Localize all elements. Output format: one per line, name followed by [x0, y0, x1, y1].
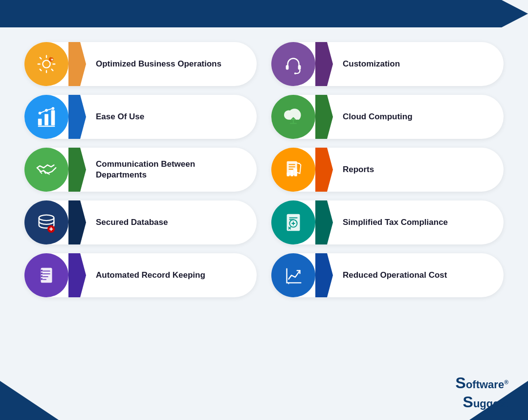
svg-marker-33: [315, 200, 333, 244]
benefit-icon-reduced-operational-cost: [271, 253, 315, 297]
svg-rect-8: [38, 119, 42, 125]
arrow-chevron-secured-database: [68, 200, 86, 244]
benefit-icon-optimized-business-operations: ✦: [24, 42, 68, 86]
svg-rect-26: [294, 169, 297, 176]
svg-rect-5: [298, 65, 301, 70]
arrow-chevron-communication-between-departments: [68, 148, 86, 192]
svg-rect-4: [286, 65, 289, 70]
svg-point-39: [41, 270, 43, 272]
arrow-chevron-reduced-operational-cost: [315, 253, 333, 297]
svg-rect-23: [288, 169, 293, 170]
svg-point-6: [294, 72, 296, 74]
logo-text: Software®: [456, 374, 508, 392]
benefit-icon-cloud-computing: [271, 95, 315, 139]
arrow-chevron-reports: [315, 148, 333, 192]
benefit-label-cloud-computing: Cloud Computing: [333, 111, 504, 122]
benefit-card-communication-between-departments: Communication Between Departments: [24, 148, 257, 192]
svg-rect-36: [43, 273, 50, 274]
arrow-chevron-cloud-computing: [315, 95, 333, 139]
benefits-grid: ✦ Optimized Business Operations Customiz…: [24, 42, 504, 297]
svg-rect-10: [51, 111, 55, 126]
arrow-chevron-customization: [315, 42, 333, 86]
benefit-icon-simplified-tax-compliance: [271, 200, 315, 244]
benefit-card-ease-of-use: Ease Of Use: [24, 95, 257, 139]
svg-marker-17: [68, 95, 86, 139]
svg-rect-22: [288, 166, 295, 167]
svg-rect-35: [43, 270, 50, 271]
benefit-card-optimized-business-operations: ✦ Optimized Business Operations: [24, 42, 257, 86]
svg-point-28: [39, 215, 54, 221]
svg-rect-37: [43, 276, 48, 277]
benefit-card-automated-record-keeping: Automated Record Keeping: [24, 253, 257, 297]
benefit-card-customization: Customization: [271, 42, 504, 86]
svg-marker-3: [68, 42, 86, 86]
arrow-chevron-automated-record-keeping: [68, 253, 86, 297]
svg-marker-19: [68, 148, 86, 192]
benefit-label-customization: Customization: [333, 59, 504, 69]
benefit-label-communication-between-departments: Communication Between Departments: [86, 159, 257, 180]
svg-rect-9: [44, 114, 48, 125]
svg-rect-25: [290, 171, 293, 177]
svg-rect-38: [43, 279, 46, 280]
logo-area: Software® Suggest: [456, 374, 508, 411]
svg-point-41: [41, 275, 43, 277]
benefit-card-reduced-operational-cost: Reduced Operational Cost: [271, 253, 504, 297]
benefit-icon-ease-of-use: [24, 95, 68, 139]
bottom-left-decoration: [0, 381, 59, 420]
benefit-icon-customization: [271, 42, 315, 86]
benefit-label-automated-record-keeping: Automated Record Keeping: [86, 270, 257, 281]
benefit-label-ease-of-use: Ease Of Use: [86, 111, 257, 122]
arrow-chevron-ease-of-use: [68, 95, 86, 139]
benefit-label-optimized-business-operations: Optimized Business Operations: [86, 59, 257, 69]
benefit-icon-reports: [271, 148, 315, 192]
content-area: ✦ Optimized Business Operations Customiz…: [0, 32, 528, 336]
arrow-chevron-optimized-business-operations: [68, 42, 86, 86]
benefit-card-reports: Reports: [271, 148, 504, 192]
svg-text:✦: ✦: [50, 58, 54, 62]
logo-text-2: Suggest: [463, 393, 508, 411]
benefit-label-reduced-operational-cost: Reduced Operational Cost: [333, 270, 504, 281]
svg-point-40: [41, 272, 43, 274]
benefit-label-reports: Reports: [333, 164, 504, 175]
benefit-card-cloud-computing: Cloud Computing: [271, 95, 504, 139]
svg-marker-43: [68, 253, 86, 297]
benefit-label-simplified-tax-compliance: Simplified Tax Compliance: [333, 217, 504, 228]
svg-rect-24: [287, 173, 290, 177]
arrow-chevron-simplified-tax-compliance: [315, 200, 333, 244]
svg-marker-45: [315, 253, 333, 297]
svg-marker-7: [315, 42, 333, 86]
svg-marker-27: [315, 148, 333, 192]
benefit-icon-communication-between-departments: [24, 148, 68, 192]
svg-rect-21: [288, 164, 295, 165]
benefit-icon-automated-record-keeping: [24, 253, 68, 297]
benefit-card-secured-database: Secured Database: [24, 200, 257, 244]
svg-point-0: [43, 60, 50, 67]
benefit-label-secured-database: Secured Database: [86, 217, 257, 228]
svg-line-14: [40, 111, 46, 113]
page-wrapper: ✦ Optimized Business Operations Customiz…: [0, 0, 528, 420]
benefit-icon-secured-database: [24, 200, 68, 244]
svg-marker-30: [68, 200, 86, 244]
svg-point-42: [41, 278, 43, 280]
header-banner: [0, 0, 528, 27]
benefit-card-simplified-tax-compliance: Simplified Tax Compliance: [271, 200, 504, 244]
svg-marker-18: [315, 95, 333, 139]
